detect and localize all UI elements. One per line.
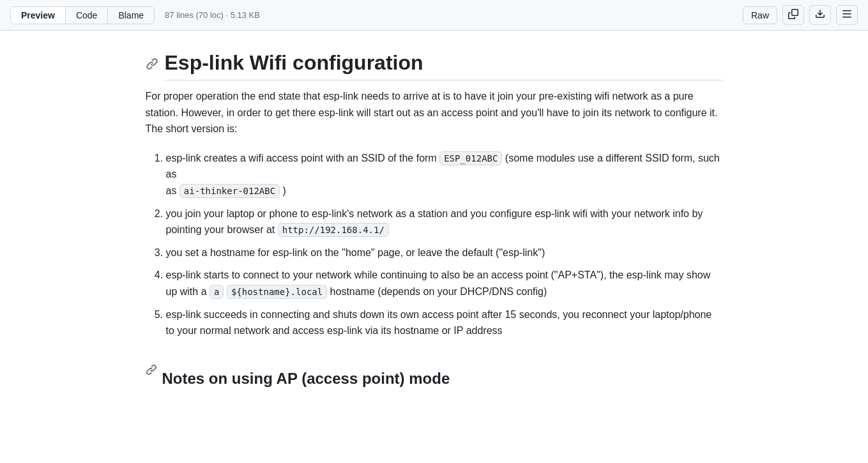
code-ip-address: http://192.168.4.1/ <box>278 223 389 237</box>
toolbar: Preview Code Blame 87 lines (70 loc) · 5… <box>0 0 868 31</box>
tab-code[interactable]: Code <box>66 7 108 24</box>
list-item: you set a hostname for esp-link on the "… <box>166 245 723 261</box>
section2-title: Notes on using AP (access point) mode <box>162 370 450 388</box>
code-a: a <box>209 285 224 299</box>
tab-preview[interactable]: Preview <box>11 7 66 24</box>
tab-blame[interactable]: Blame <box>108 7 154 24</box>
page-title: Esp-link Wifi configuration <box>165 51 723 80</box>
menu-icon <box>842 9 852 21</box>
anchor-link[interactable] <box>146 57 158 74</box>
list-item: esp-link starts to connect to your netwo… <box>166 267 723 300</box>
code-aithinker: ai-thinker-012ABC <box>179 184 280 198</box>
code-hostname-local: ${hostname}.local <box>227 285 327 299</box>
list-item-1-text-as: as <box>166 185 179 196</box>
raw-button[interactable]: Raw <box>743 6 777 24</box>
list-item: esp-link succeeds in connecting and shut… <box>166 307 723 339</box>
section2-anchor-link[interactable] <box>146 363 157 379</box>
code-esp012abc: ESP_012ABC <box>439 151 502 165</box>
intro-paragraph: For proper operation the end state that … <box>146 88 723 137</box>
copy-button[interactable] <box>782 5 804 25</box>
list-item-5-text: esp-link succeeds in connecting and shut… <box>166 309 712 337</box>
file-info: 87 lines (70 loc) · 5.13 KB <box>165 10 260 20</box>
download-button[interactable] <box>809 5 831 25</box>
list-item-3-text: you set a hostname for esp-link on the "… <box>166 247 545 258</box>
menu-button[interactable] <box>836 5 858 25</box>
toolbar-actions: Raw <box>743 5 858 25</box>
copy-icon <box>788 9 798 21</box>
main-content: Esp-link Wifi configuration For proper o… <box>115 31 754 408</box>
title-container: Esp-link Wifi configuration <box>146 51 723 80</box>
section2-title-container: Notes on using AP (access point) mode <box>146 354 723 388</box>
list-item-4-text-after: hostname (depends on your DHCP/DNS confi… <box>327 286 547 297</box>
list-item-1-text-after: ) <box>280 185 286 196</box>
tab-group: Preview Code Blame <box>10 6 155 24</box>
steps-list: esp-link creates a wifi access point wit… <box>146 150 723 339</box>
list-item: esp-link creates a wifi access point wit… <box>166 150 723 199</box>
download-icon <box>815 9 825 21</box>
list-item: you join your laptop or phone to esp-lin… <box>166 206 723 238</box>
list-item-1-text-before: esp-link creates a wifi access point wit… <box>166 153 440 163</box>
list-item-2-text: you join your laptop or phone to esp-lin… <box>166 208 703 236</box>
